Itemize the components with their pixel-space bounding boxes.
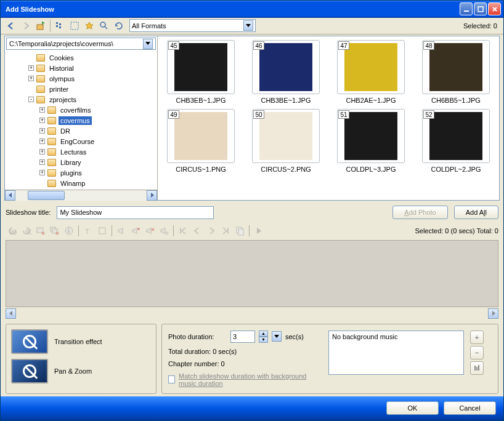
thumbnail-item[interactable]: 51COLDPL~3.JPG (331, 109, 410, 173)
expand-toggle[interactable]: + (39, 118, 45, 123)
thumbnail-item[interactable]: 52COLDPL~2.JPG (417, 109, 495, 173)
tree-item[interactable]: +covermus (5, 115, 157, 126)
tree-item[interactable]: +Lecturas (5, 146, 157, 157)
background-music-list[interactable]: No background music (328, 331, 464, 375)
timeline-scrollbar[interactable] (6, 308, 498, 319)
combo-dropdown-button[interactable] (243, 20, 253, 31)
close-button[interactable] (488, 2, 501, 15)
thumbnail-item[interactable]: 48CH6BB5~1.JPG (417, 40, 495, 104)
move-first-button[interactable] (176, 224, 190, 238)
select-all-button[interactable] (68, 19, 81, 33)
duration-spinner[interactable]: ▲ ▼ (259, 331, 268, 343)
expand-toggle[interactable]: + (28, 65, 34, 71)
tree-item[interactable]: +plugins (5, 167, 157, 178)
tree-item[interactable]: Cookies (5, 52, 157, 63)
tree-item[interactable]: +Library (5, 157, 157, 167)
audio-settings-button[interactable] (157, 224, 171, 238)
timeline-scroll-track[interactable] (16, 308, 488, 319)
thumbnail-item[interactable]: 50CIRCUS~2.PNG (246, 109, 325, 173)
folder-icon (47, 127, 56, 135)
scroll-left-button[interactable] (5, 190, 15, 201)
music-add-button[interactable]: + (470, 331, 484, 344)
crop-button[interactable] (96, 224, 109, 238)
favorites-button[interactable] (83, 19, 96, 33)
audio-add-button[interactable] (115, 224, 128, 238)
move-last-button[interactable] (219, 224, 232, 238)
tree-item[interactable]: +EngCourse (5, 136, 157, 146)
maximize-button[interactable] (474, 2, 487, 15)
remove-button[interactable] (34, 224, 47, 238)
find-button[interactable] (97, 19, 111, 33)
tree-item[interactable]: +Historial (5, 63, 157, 73)
scroll-track[interactable] (15, 190, 147, 201)
add-all-button[interactable]: Add All (454, 206, 498, 219)
tree-item[interactable]: printer (5, 84, 157, 94)
audio-remove-button[interactable] (143, 224, 156, 238)
expand-toggle[interactable]: + (39, 107, 45, 113)
rotate-right-button[interactable]: 90 (20, 224, 33, 238)
transition-effect-button[interactable]: Transition effect (11, 329, 151, 354)
play-button[interactable] (252, 224, 266, 238)
scroll-right-button[interactable] (147, 190, 157, 201)
svg-rect-1 (478, 7, 483, 12)
folder-tree[interactable]: Cookies+Historial+olympusprinter-zprojec… (5, 51, 157, 190)
svg-text:90: 90 (9, 228, 17, 236)
expand-toggle[interactable]: + (39, 159, 45, 165)
match-duration-checkbox-row[interactable]: Match slideshow duration with background… (168, 372, 322, 387)
path-dropdown-button[interactable] (143, 39, 153, 49)
timeline-scroll-right[interactable] (488, 308, 498, 319)
tree-item[interactable]: -zprojects (5, 94, 157, 105)
svg-rect-21 (238, 229, 243, 235)
add-photo-button[interactable]: Add Photo (392, 206, 447, 219)
tree-item[interactable]: +DR (5, 126, 157, 136)
copy-button[interactable] (233, 224, 246, 238)
tree-item[interactable]: +coverfilms (5, 105, 157, 115)
expand-toggle[interactable]: + (39, 170, 45, 175)
cancel-button[interactable]: Cancel (444, 401, 496, 415)
audio-record-button[interactable] (129, 224, 142, 238)
timeline-scroll-left[interactable] (6, 308, 16, 319)
match-duration-checkbox[interactable] (168, 375, 175, 383)
minimize-button[interactable] (460, 2, 473, 15)
thumbnails-panel[interactable]: 45CHB3EB~1.JPG46CHB3BE~1.JPG47CHB2AE~1.J… (158, 36, 499, 200)
expand-toggle[interactable]: + (39, 128, 45, 134)
expand-toggle[interactable]: + (28, 76, 34, 81)
timeline-strip[interactable] (6, 240, 498, 307)
back-button[interactable] (4, 19, 18, 33)
expand-toggle[interactable]: + (39, 138, 45, 144)
thumbnail-item[interactable]: 49CIRCUS~1.PNG (161, 109, 240, 173)
tree-item[interactable]: +olympus (5, 73, 157, 84)
pan-zoom-button[interactable]: Pan & Zoom (11, 359, 151, 383)
rotate-left-button[interactable]: 90 (6, 224, 19, 238)
music-options-button[interactable] (470, 361, 484, 375)
spin-up-button[interactable]: ▲ (259, 331, 268, 337)
thumbnail-item[interactable]: 47CHB2AE~1.JPG (331, 40, 410, 104)
format-filter-combo[interactable]: All Formats (129, 19, 256, 32)
move-left-button[interactable] (190, 224, 204, 238)
info-button[interactable]: i (62, 224, 76, 238)
remove-all-button[interactable] (48, 224, 62, 238)
thumbnail-item[interactable]: 46CHB3BE~1.JPG (246, 40, 325, 104)
ok-button[interactable]: OK (386, 401, 439, 415)
expand-toggle[interactable]: - (28, 97, 34, 102)
text-button[interactable]: T (81, 224, 95, 238)
tree-view-button[interactable] (53, 19, 67, 33)
titlebar[interactable]: Add Slideshow (1, 1, 503, 18)
path-input[interactable]: C:\Temporalia\zprojects\covermus\ (6, 38, 156, 50)
photo-duration-input[interactable] (230, 331, 255, 343)
music-remove-button[interactable]: − (470, 346, 484, 359)
svg-rect-5 (59, 23, 61, 25)
up-button[interactable] (34, 19, 47, 33)
tree-item[interactable]: Winamp (5, 178, 157, 188)
duration-dropdown[interactable] (272, 331, 282, 342)
spin-down-button[interactable]: ▼ (259, 337, 268, 343)
total-duration-label: Total duration: 0 sec(s) (168, 348, 322, 355)
scroll-thumb[interactable] (28, 191, 65, 200)
thumbnail-item[interactable]: 45CHB3EB~1.JPG (161, 40, 240, 104)
expand-toggle[interactable]: + (39, 149, 45, 154)
forward-button[interactable] (19, 19, 33, 33)
slideshow-title-input[interactable] (57, 206, 214, 219)
move-right-button[interactable] (205, 224, 218, 238)
refresh-button[interactable] (112, 19, 126, 33)
tree-scrollbar[interactable] (5, 190, 157, 200)
